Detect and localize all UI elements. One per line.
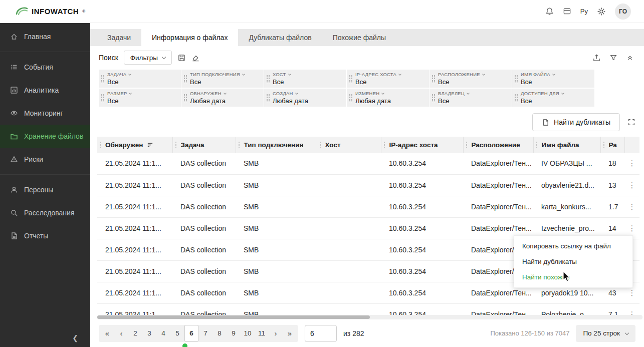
language-switcher[interactable]: Ру — [580, 8, 588, 15]
eraser-icon — [191, 54, 200, 62]
sort-icon[interactable] — [147, 142, 153, 148]
page-button[interactable]: 4 — [156, 325, 170, 342]
sidebar-item-reports[interactable]: Отчеты — [0, 224, 90, 247]
context-menu-find-similar[interactable]: Найти похожие — [514, 269, 632, 285]
column-header-ip[interactable]: IP-адрес хоста — [381, 137, 463, 153]
top-right-controls: Ру ГО — [545, 4, 631, 20]
filter-chip-host[interactable]: ХОСТВсе — [264, 70, 346, 88]
sidebar-collapse-button[interactable]: ❮ — [72, 334, 78, 342]
reports-icon — [10, 232, 18, 240]
cell-connection: SMB — [236, 239, 317, 260]
filter-chip-created[interactable]: СОЗДАНЛюбая дата — [264, 89, 346, 107]
column-header-host[interactable]: Хост — [317, 137, 381, 153]
drag-handle-icon — [432, 74, 435, 83]
top-bar: INFOWATCH® Ру ГО — [0, 0, 644, 23]
column-header-task[interactable]: Задача — [172, 137, 236, 153]
sidebar-item-persons[interactable]: Персоны — [0, 178, 90, 201]
sidebar-item-analytics[interactable]: Аналитика — [0, 79, 90, 102]
table-row[interactable]: 21.05.2024 11:1DAS collectionSMB10.60.3.… — [97, 303, 639, 315]
sidebar-item-risks[interactable]: Риски — [0, 148, 90, 171]
table-row[interactable]: 21.05.2024 11:1...DAS collectionSMB10.60… — [97, 174, 639, 196]
apps-button[interactable] — [563, 7, 571, 16]
column-header-size[interactable]: Ра — [600, 137, 624, 153]
sidebar-item-monitoring[interactable]: Мониторинг — [0, 102, 90, 125]
sidebar-item-main[interactable]: Главная — [0, 25, 90, 48]
tab-similar-files[interactable]: Похожие файлы — [322, 29, 396, 46]
filter-chip-host-ip[interactable]: IP-АДРЕС ХОСТАВсе — [347, 70, 429, 88]
column-header-location[interactable]: Расположение — [463, 137, 533, 153]
cell-detected: 21.05.2024 11:1... — [97, 282, 172, 303]
sidebar-item-label: Риски — [24, 155, 43, 163]
page-number-input[interactable] — [305, 325, 337, 342]
filter-chip-size[interactable]: РАЗМЕРВсе — [99, 89, 181, 107]
horizontal-scrollbar[interactable] — [97, 315, 642, 319]
column-drag-handle-icon — [238, 141, 241, 148]
files-table: Обнаружен Задача Тип подключения Хост IP… — [90, 137, 644, 315]
filters-dropdown-button[interactable]: Фильтры — [124, 51, 172, 65]
page-button[interactable]: 7 — [198, 325, 212, 342]
chevron-down-icon — [242, 73, 245, 76]
page-button[interactable]: 10 — [241, 325, 255, 342]
filter-chip-task[interactable]: ЗАДАЧАВсе — [99, 70, 181, 88]
tab-tasks[interactable]: Задачи — [97, 29, 141, 46]
sidebar-item-investigations[interactable]: Расследования — [0, 201, 90, 224]
cell-filename: IV ОБРАЗЦЫ ... — [533, 153, 600, 174]
filter-chip-accessible-to[interactable]: ДОСТУПЕН ДЛЯВсе — [512, 89, 594, 107]
filter-chip-filename[interactable]: ИМЯ ФАЙЛАВсе — [512, 70, 594, 88]
page-button[interactable]: 11 — [255, 325, 269, 342]
cell-detected: 21.05.2024 11:1 — [97, 303, 172, 315]
filter-chip-connection-type[interactable]: ТИП ПОДКЛЮЧЕНИЯВсе — [181, 70, 264, 88]
filter-funnel-button[interactable] — [609, 54, 617, 62]
column-header-connection[interactable]: Тип подключения — [236, 137, 317, 153]
row-menu-button[interactable]: ⋮ — [624, 196, 639, 217]
notifications-button[interactable] — [545, 7, 554, 16]
prev-page-button[interactable]: ‹ — [114, 325, 128, 342]
settings-button[interactable] — [597, 7, 606, 16]
scrollbar-thumb[interactable] — [97, 315, 370, 319]
first-page-button[interactable]: « — [100, 325, 114, 342]
last-page-button[interactable]: » — [283, 325, 297, 342]
context-menu-find-duplicates[interactable]: Найти дубликаты — [514, 254, 632, 269]
filter-chip-value: Все — [190, 78, 245, 86]
filter-chip-location[interactable]: РАСПОЛОЖЕНИЕВсе — [430, 70, 512, 88]
rows-per-page-dropdown[interactable]: По 25 строк — [576, 325, 635, 342]
clear-filters-button[interactable] — [191, 54, 200, 62]
search-label: Поиск — [99, 54, 118, 62]
find-duplicates-button[interactable]: Найти дубликаты — [532, 113, 620, 131]
row-menu-button[interactable]: ⋮ — [624, 153, 639, 174]
collapse-filters-button[interactable] — [626, 54, 634, 62]
page-button[interactable]: 2 — [128, 325, 142, 342]
table-row[interactable]: 21.05.2024 11:1...DAS collectionSMB10.60… — [97, 196, 639, 217]
user-avatar[interactable]: ГО — [615, 4, 631, 20]
row-menu-button[interactable]: ⋮ — [624, 174, 639, 196]
sidebar-item-file-storage[interactable]: Хранение файлов — [0, 125, 90, 148]
drag-handle-icon — [101, 93, 104, 102]
export-button[interactable] — [592, 54, 601, 62]
fullscreen-button[interactable] — [627, 118, 635, 126]
page-button[interactable]: 5 — [170, 325, 184, 342]
save-search-button[interactable] — [177, 54, 186, 62]
cell-ip: 10.60.3.254 — [381, 217, 463, 239]
sidebar-item-events[interactable]: События — [0, 56, 90, 79]
context-menu-copy-link[interactable]: Копировать ссылку на файл — [514, 238, 632, 254]
page-button[interactable]: 8 — [212, 325, 227, 342]
filter-chip-modified[interactable]: ИЗМЕНЕНЛюбая дата — [347, 89, 429, 107]
cell-detected: 21.05.2024 11:1... — [97, 260, 172, 282]
file-icon — [542, 119, 549, 126]
next-page-button[interactable]: › — [269, 325, 283, 342]
page-button[interactable]: 9 — [227, 325, 241, 342]
tab-file-duplicates[interactable]: Дубликаты файлов — [238, 29, 322, 46]
filter-chip-owner[interactable]: ВЛАДЕЛЕЦВсе — [430, 89, 512, 107]
table-row[interactable]: 21.05.2024 11:1...DAS collectionSMB10.60… — [97, 153, 639, 174]
page-button-current[interactable]: 6 — [184, 325, 198, 341]
cell-connection: SMB — [236, 282, 317, 303]
column-header-detected[interactable]: Обнаружен — [97, 137, 172, 153]
tab-file-info[interactable]: Информация о файлах — [141, 29, 238, 46]
page-button[interactable]: 3 — [142, 325, 156, 342]
sidebar-nav: Главная События Аналитика Мониторинг Хра… — [0, 23, 90, 247]
row-menu-button[interactable]: ⋮ — [624, 303, 639, 315]
pagination-bar: « ‹ 2 3 4 5 6 7 8 9 10 11 › » из 282 Пок… — [90, 319, 644, 347]
filter-chip-detected[interactable]: ОБНАРУЖЕНЛюбая дата — [181, 89, 264, 107]
column-header-filename[interactable]: Имя файла — [533, 137, 600, 153]
column-drag-handle-icon — [466, 141, 468, 148]
